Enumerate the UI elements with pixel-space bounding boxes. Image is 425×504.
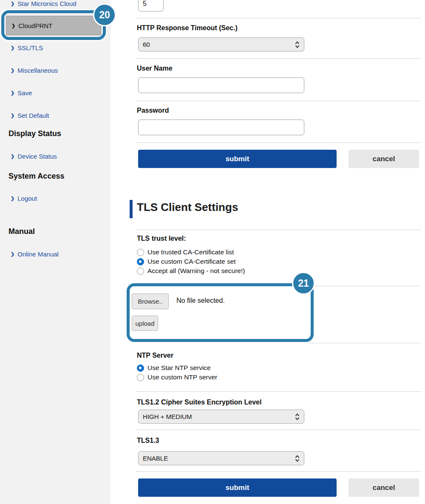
submit-button[interactable]: submit: [138, 150, 337, 168]
cancel-button[interactable]: cancel: [348, 478, 419, 497]
tls13-label: TLS1.3: [137, 437, 159, 444]
cloudprnt-settings-page: ❯ Star Micronics Cloud ❯ CloudPRNT ❯ SSL…: [0, 0, 425, 504]
callout-20-badge: 20: [93, 3, 116, 26]
radio-button[interactable]: [137, 249, 144, 256]
radio-option-label: Use Star NTP service: [147, 364, 211, 372]
chevron-right-icon: ❯: [11, 252, 14, 256]
password-input[interactable]: [138, 120, 304, 135]
sidebar-header-system-access: System Access: [8, 172, 64, 181]
sidebar-item-online-manual[interactable]: ❯ Online Manual: [11, 251, 59, 258]
chevron-right-icon: ❯: [11, 23, 15, 28]
sidebar-item-miscellaneous[interactable]: ❯ Miscellaneous: [11, 67, 58, 74]
radio-option-label: Use trusted CA-Certificate list: [147, 248, 234, 256]
upload-button[interactable]: upload: [132, 316, 158, 331]
select-value: HIGH + MEDIUM: [143, 413, 295, 420]
chevron-right-icon: ❯: [11, 196, 14, 201]
cancel-button[interactable]: cancel: [348, 150, 419, 168]
separator: [136, 391, 421, 392]
sidebar-item-label: Save: [17, 89, 32, 97]
section-heading: TLS Client Settings: [137, 201, 238, 214]
callout-21-badge: 21: [292, 272, 315, 295]
radio-option-label: Use custom CA-Certificate set: [147, 258, 236, 265]
radio-button-selected[interactable]: [137, 258, 144, 265]
select-chevron-icon: [295, 41, 300, 48]
radio-option-accept-all[interactable]: Accept all (Warning - not secure!): [137, 267, 245, 275]
radio-button-selected[interactable]: [137, 364, 144, 372]
separator: [136, 343, 421, 343]
radio-option-custom-ntp[interactable]: Use custom NTP server: [137, 373, 217, 381]
sidebar-item-label: Device Status: [17, 153, 57, 160]
chevron-right-icon: ❯: [11, 68, 14, 73]
separator: [136, 142, 421, 143]
sidebar-item-ssl-tls[interactable]: ❯ SSL/TLS: [11, 44, 43, 51]
radio-option-custom-ca[interactable]: Use custom CA-Certificate set: [137, 258, 236, 265]
tls-trust-level-label: TLS trust level:: [137, 235, 186, 242]
file-status-text: No file selected.: [176, 297, 225, 305]
radio-button[interactable]: [137, 374, 144, 381]
separator: [136, 58, 421, 59]
ntp-server-label: NTP Server: [137, 352, 173, 359]
radio-option-label: Use custom NTP server: [147, 373, 217, 381]
user-name-label: User Name: [137, 65, 173, 72]
radio-option-star-ntp[interactable]: Use Star NTP service: [137, 364, 211, 372]
separator: [136, 286, 421, 286]
sidebar-item-star-micronics-cloud[interactable]: ❯ Star Micronics Cloud: [11, 0, 76, 7]
sidebar-item-label: Star Micronics Cloud: [17, 0, 76, 7]
sidebar-item-set-default[interactable]: ❯ Set Default: [11, 112, 49, 119]
separator: [136, 18, 421, 18]
sidebar-item-label: Set Default: [17, 112, 49, 119]
radio-option-trusted-ca[interactable]: Use trusted CA-Certificate list: [137, 248, 234, 256]
submit-button[interactable]: submit: [138, 478, 337, 497]
chevron-right-icon: ❯: [11, 154, 14, 159]
tls13-select[interactable]: ENABLE: [138, 451, 304, 465]
chevron-right-icon: ❯: [11, 91, 14, 95]
radio-option-label: Accept all (Warning - not secure!): [147, 267, 245, 275]
tls12-cipher-select[interactable]: HIGH + MEDIUM: [138, 410, 304, 424]
sidebar-item-logout[interactable]: ❯ Logout: [11, 195, 37, 202]
select-chevron-icon: [295, 455, 300, 462]
sidebar-header-display-status: Display Status: [8, 129, 61, 138]
sidebar-item-save[interactable]: ❯ Save: [11, 89, 32, 97]
sidebar: ❯ Star Micronics Cloud ❯ CloudPRNT ❯ SSL…: [0, 0, 110, 504]
sidebar-item-device-status[interactable]: ❯ Device Status: [11, 153, 57, 160]
callout-21-highlight: [127, 283, 314, 342]
separator: [136, 471, 421, 472]
chevron-right-icon: ❯: [11, 46, 14, 50]
select-value: ENABLE: [143, 455, 295, 462]
password-label: Password: [137, 107, 169, 114]
sidebar-item-label: SSL/TLS: [17, 44, 43, 51]
http-timeout-label: HTTP Response Timeout (Sec.): [137, 24, 238, 32]
radio-button[interactable]: [137, 268, 144, 275]
http-timeout-select[interactable]: 60: [138, 37, 304, 51]
browse-button[interactable]: Browse..: [132, 293, 169, 309]
section-heading-bar: [130, 200, 133, 218]
chevron-right-icon: ❯: [11, 1, 14, 6]
user-name-input[interactable]: [138, 77, 304, 93]
select-chevron-icon: [295, 413, 300, 420]
sidebar-header-manual: Manual: [8, 227, 35, 236]
sidebar-item-label: Miscellaneous: [17, 67, 58, 74]
tls12-cipher-label: TLS1.2 Cipher Suites Encryption Level: [137, 399, 261, 406]
separator: [136, 430, 421, 430]
sidebar-item-label: Online Manual: [17, 251, 59, 258]
separator: [136, 101, 421, 101]
select-value: 60: [143, 41, 295, 48]
retry-interval-input[interactable]: [138, 0, 164, 11]
chevron-right-icon: ❯: [11, 113, 14, 118]
sidebar-item-label: CloudPRNT: [18, 22, 52, 29]
sidebar-item-cloudprnt[interactable]: ❯ CloudPRNT: [6, 16, 101, 35]
sidebar-item-label: Logout: [17, 195, 37, 202]
separator: [136, 230, 421, 230]
